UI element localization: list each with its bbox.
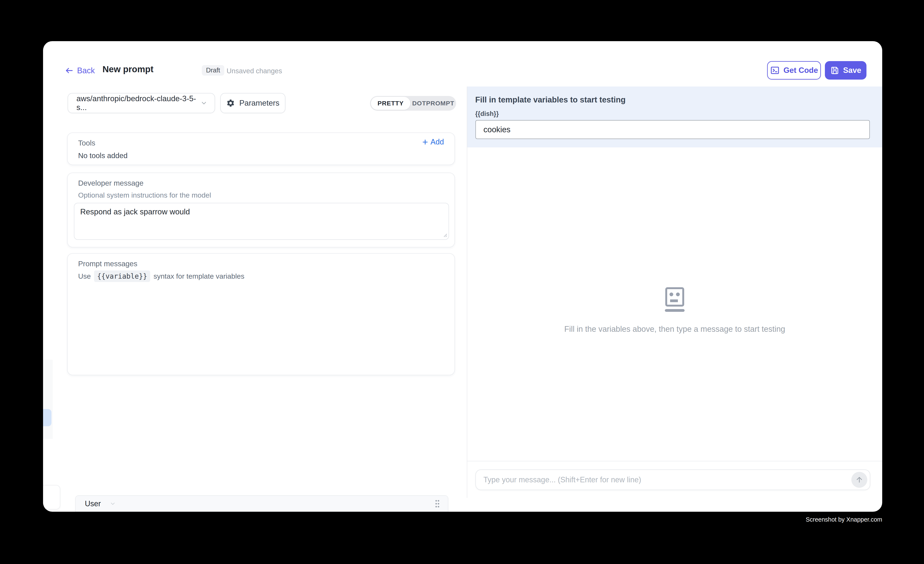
tools-empty-text: No tools added <box>78 152 128 160</box>
model-selector[interactable]: aws/anthropic/bedrock-claude-3-5-s... <box>68 93 215 113</box>
code-terminal-icon <box>770 66 780 75</box>
developer-message-subtitle: Optional system instructions for the mod… <box>78 191 211 199</box>
sidebar-active-item-sliver <box>43 409 51 426</box>
prompt-messages-title: Prompt messages <box>78 260 137 268</box>
sidebar-bottom-card-sliver <box>43 485 60 509</box>
status-badge: Draft <box>202 65 224 76</box>
add-tool-button[interactable]: + Add <box>422 138 444 146</box>
message-block: User Give me a recipe for {{dish}} Detec… <box>75 495 448 512</box>
parameters-button[interactable]: Parameters <box>220 93 285 113</box>
empty-state-text: Fill in the variables above, then type a… <box>467 325 882 334</box>
variable-name-label: {{dish}} <box>475 110 499 118</box>
prompt-messages-card: Prompt messages Use {{variable}} syntax … <box>67 253 455 375</box>
unsaved-changes-text: Unsaved changes <box>226 67 282 75</box>
variable-value-input[interactable] <box>476 120 870 139</box>
hint-prefix: Use <box>78 272 91 280</box>
toggle-option-dotprompt[interactable]: DOTPROMPT <box>410 96 456 111</box>
chat-divider <box>467 461 882 461</box>
variables-panel-heading: Fill in template variables to start test… <box>475 95 626 104</box>
view-mode-toggle: PRETTY DOTPROMPT <box>370 96 456 111</box>
app-window: Back New prompt Draft Unsaved changes Ge… <box>43 41 882 512</box>
page-title: New prompt <box>102 64 153 74</box>
developer-message-card: Developer message Optional system instru… <box>67 172 455 248</box>
save-button[interactable]: Save <box>825 61 867 80</box>
role-selector[interactable]: User <box>85 500 116 508</box>
role-selector-value: User <box>85 500 101 508</box>
watermark-text: Screenshot by Xnapper.com <box>806 516 882 523</box>
gear-icon <box>226 99 235 108</box>
save-icon <box>830 66 839 75</box>
prompt-hint-text: Use {{variable}} syntax for template var… <box>78 270 244 282</box>
get-code-label: Get Code <box>783 66 818 75</box>
back-button[interactable]: Back <box>65 64 95 76</box>
hint-suffix: syntax for template variables <box>153 272 244 280</box>
arrow-up-icon <box>855 476 864 484</box>
get-code-button[interactable]: Get Code <box>767 61 821 80</box>
chat-input-bar <box>476 470 870 490</box>
message-role-bar: User <box>76 496 448 512</box>
chevron-down-icon <box>110 501 116 507</box>
back-arrow-icon <box>65 66 74 75</box>
empty-state-robot-icon <box>664 286 685 313</box>
variable-syntax-chip: {{variable}} <box>94 270 150 282</box>
tools-card: Tools + Add No tools added <box>67 132 455 165</box>
parameters-label: Parameters <box>239 99 279 108</box>
plus-icon: + <box>422 138 428 146</box>
send-button[interactable] <box>851 472 867 488</box>
toggle-option-pretty[interactable]: PRETTY <box>371 97 410 110</box>
variables-panel: Fill in template variables to start test… <box>467 87 882 147</box>
tools-title: Tools <box>78 139 95 147</box>
sidebar-sliver <box>43 360 53 439</box>
chat-message-input[interactable] <box>476 476 851 484</box>
save-label: Save <box>843 66 861 75</box>
model-selector-value: aws/anthropic/bedrock-claude-3-5-s... <box>76 94 200 112</box>
chevron-down-icon <box>200 99 207 106</box>
developer-message-title: Developer message <box>78 179 143 187</box>
drag-handle-icon[interactable] <box>434 498 440 509</box>
developer-message-textarea[interactable]: Respond as jack sparrow would <box>74 203 449 240</box>
add-tool-label: Add <box>430 138 444 146</box>
empty-state: Fill in the variables above, then type a… <box>467 286 882 334</box>
back-label: Back <box>77 66 95 75</box>
